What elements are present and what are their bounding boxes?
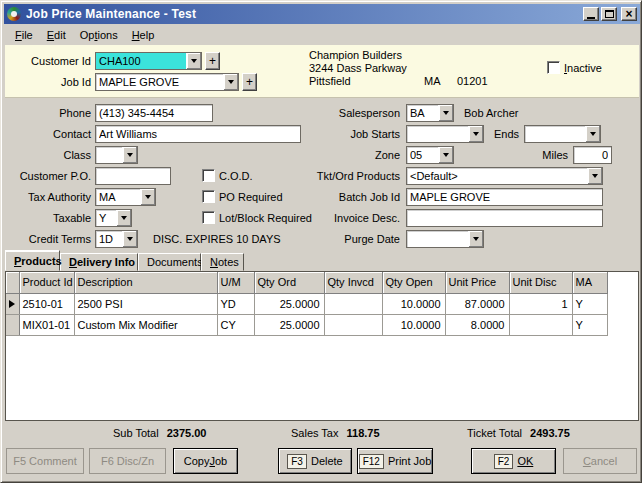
cell-description[interactable]: 2500 PSI — [74, 293, 217, 314]
invoice-desc-input[interactable] — [406, 209, 603, 227]
menu-help[interactable]: Help — [125, 27, 162, 43]
customer-id-combo[interactable]: CHA100 — [95, 52, 202, 70]
menu-options[interactable]: Options — [73, 27, 125, 43]
lot-block-required-checkbox[interactable] — [202, 211, 215, 224]
job-form: Phone Contact Class Customer P.O. Tax Au… — [5, 98, 639, 250]
menu-file[interactable]: File — [8, 27, 40, 43]
close-button[interactable]: × — [621, 7, 637, 21]
taxable-combo[interactable]: Y — [95, 209, 132, 227]
tab-products[interactable]: Products — [5, 250, 60, 271]
miles-input[interactable] — [573, 146, 612, 164]
zone-combo[interactable]: 05 — [406, 146, 454, 164]
f5-comment-button: F5 Comment — [6, 448, 84, 474]
grid-header-row: Product Id Description U/M Qty Ord Qty I… — [6, 272, 638, 293]
f12-print-job-button[interactable]: F12Print Job — [357, 448, 433, 474]
class-combo[interactable] — [95, 146, 138, 164]
titlebar[interactable]: Job Price Maintenance - Test × — [4, 4, 640, 24]
cell-qty-ord[interactable]: 25.0000 — [254, 293, 324, 314]
menubar: File Edit Options Help — [4, 24, 640, 45]
job-id-combo[interactable]: MAPLE GROVE — [95, 73, 239, 91]
cell-qty-invcd[interactable] — [324, 314, 382, 335]
job-id-add-button[interactable]: + — [242, 73, 257, 91]
cell-unit-price[interactable]: 8.0000 — [445, 314, 509, 335]
cell-product-id[interactable]: 2510-01 — [19, 293, 74, 314]
tax-authority-dropdown-button[interactable] — [140, 189, 155, 205]
purge-date-combo[interactable] — [406, 230, 484, 248]
table-row[interactable]: 2510-01 2500 PSI YD 25.0000 10.0000 87.0… — [6, 293, 638, 314]
salesperson-label: Salesperson — [310, 104, 400, 122]
salesperson-combo[interactable]: BA — [406, 104, 454, 122]
chevron-down-icon — [443, 153, 449, 157]
cell-unit-disc[interactable]: 1 — [509, 293, 572, 314]
ticket-total: Ticket Total2493.75 — [467, 427, 570, 439]
zone-dropdown-button[interactable] — [438, 147, 453, 163]
cell-ma[interactable]: Y — [572, 293, 607, 314]
products-grid: Product Id Description U/M Qty Ord Qty I… — [5, 271, 639, 421]
phone-input[interactable] — [95, 104, 213, 122]
batch-job-id-label: Batch Job Id — [310, 188, 400, 206]
class-dropdown-button[interactable] — [122, 147, 137, 163]
tab-documents[interactable]: Documents — [138, 253, 201, 271]
tax-authority-combo[interactable]: MA — [95, 188, 156, 206]
customer-id-dropdown-button[interactable] — [186, 53, 201, 69]
tkt-ord-products-combo[interactable]: <Default> — [406, 167, 603, 185]
inactive-checkbox[interactable] — [547, 61, 560, 74]
products-table: Product Id Description U/M Qty Ord Qty I… — [6, 272, 638, 336]
minimize-button[interactable] — [583, 7, 599, 21]
tkt-ord-products-dropdown-button[interactable] — [587, 168, 602, 184]
customer-po-input[interactable] — [95, 167, 171, 185]
invoice-desc-label: Invoice Desc. — [310, 209, 400, 227]
cell-um[interactable]: YD — [217, 293, 254, 314]
customer-id-value: CHA100 — [96, 53, 186, 69]
table-row[interactable]: MIX01-01 Custom Mix Modifier CY 25.0000 … — [6, 314, 638, 335]
tab-notes[interactable]: Notes — [201, 253, 244, 271]
f2-ok-button[interactable]: F2OK — [471, 448, 556, 474]
chevron-down-icon — [228, 80, 234, 84]
cod-checkbox[interactable] — [202, 169, 215, 182]
po-required-label: PO Required — [219, 191, 283, 204]
cell-qty-invcd[interactable] — [324, 293, 382, 314]
ends-combo[interactable] — [524, 125, 601, 143]
salesperson-name: Bob Archer — [464, 104, 518, 122]
tab-delivery-info[interactable]: Delivery Info — [60, 253, 138, 271]
cell-um[interactable]: CY — [217, 314, 254, 335]
chevron-down-icon — [127, 153, 133, 157]
ends-dropdown-button[interactable] — [585, 126, 600, 142]
sub-total: Sub Total2375.00 — [113, 427, 206, 439]
purge-date-dropdown-button[interactable] — [468, 231, 483, 247]
phone-label: Phone — [5, 104, 91, 122]
menu-edit[interactable]: Edit — [40, 27, 73, 43]
customer-name: Champion Builders — [309, 49, 402, 61]
cell-product-id[interactable]: MIX01-01 — [19, 314, 74, 335]
zone-label: Zone — [310, 146, 400, 164]
sales-tax-label: Sales Tax — [291, 427, 339, 439]
sub-total-label: Sub Total — [113, 427, 159, 439]
row-selector[interactable] — [6, 293, 19, 314]
customer-id-add-button[interactable]: + — [205, 52, 220, 70]
contact-input[interactable] — [95, 125, 301, 143]
tkt-ord-products-value: <Default> — [407, 168, 587, 184]
cell-description[interactable]: Custom Mix Modifier — [74, 314, 217, 335]
job-id-dropdown-button[interactable] — [223, 74, 238, 90]
batch-job-id-input[interactable] — [406, 188, 603, 206]
cell-qty-ord[interactable]: 25.0000 — [254, 314, 324, 335]
row-selector[interactable] — [6, 314, 19, 335]
cell-ma[interactable]: Y — [572, 314, 607, 335]
cell-unit-price[interactable]: 87.0000 — [445, 293, 509, 314]
taxable-dropdown-button[interactable] — [116, 210, 131, 226]
minimize-icon — [587, 17, 595, 19]
credit-terms-dropdown-button[interactable] — [122, 231, 137, 247]
copy-job-button[interactable]: Copy Job — [173, 448, 238, 474]
credit-terms-combo[interactable]: 1D — [95, 230, 138, 248]
purge-date-value — [407, 231, 468, 247]
po-required-checkbox[interactable] — [202, 190, 215, 203]
cell-qty-open[interactable]: 10.0000 — [382, 293, 445, 314]
customer-id-label: Customer Id — [5, 52, 91, 70]
cell-qty-open[interactable]: 10.0000 — [382, 314, 445, 335]
customer-zip: 01201 — [457, 75, 488, 87]
cell-unit-disc[interactable] — [509, 314, 572, 335]
maximize-button[interactable] — [601, 7, 617, 21]
f3-delete-button[interactable]: F3Delete — [278, 448, 352, 474]
job-starts-label: Job Starts — [310, 125, 400, 143]
salesperson-dropdown-button[interactable] — [438, 105, 453, 121]
